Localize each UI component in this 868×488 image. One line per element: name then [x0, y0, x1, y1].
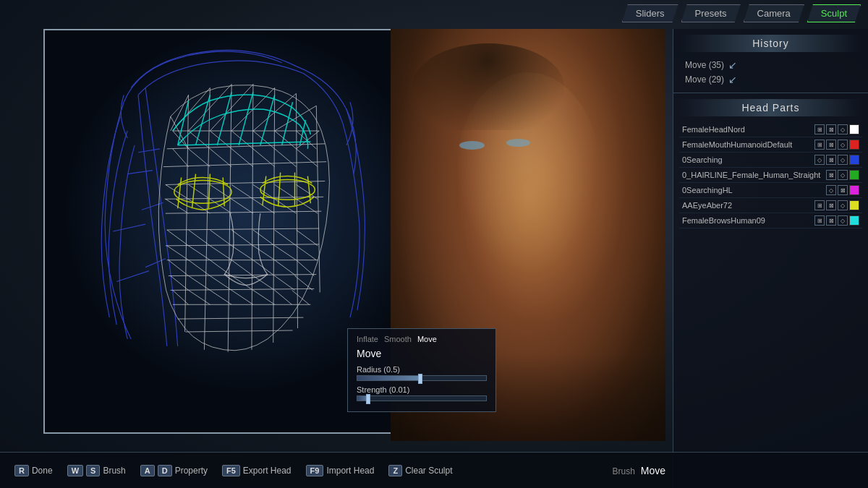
- tab-sliders[interactable]: Sliders: [622, 4, 678, 22]
- part-icons-2: ◇ ⊠ ◇: [814, 155, 859, 165]
- strength-slider-label: Strength (0.01): [357, 385, 487, 394]
- head-parts-row-0[interactable]: FemaleHeadNord ⊞ ⊠ ◇: [679, 122, 862, 137]
- head-parts-row-4[interactable]: 0SearchingHL ◇ ⊠: [679, 183, 862, 198]
- part-icon-wire-5[interactable]: ⊠: [826, 200, 836, 210]
- part-icon-toggle-2[interactable]: ◇: [838, 155, 848, 165]
- label-property: Property: [175, 466, 208, 476]
- part-icon-wire-0[interactable]: ⊠: [826, 124, 836, 134]
- hotkey-export: F5 Export Head: [222, 465, 292, 476]
- part-icon-toggle-1[interactable]: ◇: [838, 140, 848, 150]
- part-name-4: 0SearchingHL: [682, 186, 826, 194]
- part-icons-4: ◇ ⊠: [826, 185, 859, 195]
- tool-tab-inflate[interactable]: Inflate: [357, 335, 378, 343]
- key-d: D: [158, 465, 172, 476]
- strength-slider-handle[interactable]: [366, 394, 370, 404]
- key-w: W: [67, 465, 83, 476]
- tab-camera[interactable]: Camera: [744, 4, 804, 22]
- history-title: History: [679, 35, 862, 52]
- part-icons-1: ⊞ ⊠ ◇: [814, 140, 859, 150]
- part-icons-3: ⊠ ◇: [826, 170, 859, 180]
- part-icon-mesh-4[interactable]: ◇: [826, 185, 836, 195]
- part-icons-5: ⊞ ⊠ ◇: [814, 200, 859, 210]
- part-icon-wire-6[interactable]: ⊠: [826, 215, 836, 226]
- label-done: Done: [32, 466, 53, 476]
- part-color-4[interactable]: [849, 185, 859, 195]
- strength-slider-track[interactable]: [357, 395, 487, 401]
- key-a: A: [140, 465, 155, 476]
- head-parts-row-6[interactable]: FemaleBrowsHuman09 ⊞ ⊠ ◇: [679, 213, 862, 228]
- history-item-label-0: Move (35): [685, 60, 724, 70]
- part-icons-6: ⊞ ⊠ ◇: [814, 215, 859, 226]
- key-z: Z: [388, 465, 402, 476]
- hotkey-brush: W S Brush: [67, 465, 126, 476]
- part-icon-mesh-5[interactable]: ⊞: [814, 200, 825, 210]
- history-section: History Move (35) ↙ Move (29) ↙: [673, 29, 868, 93]
- history-arrow-1: ↙: [728, 74, 737, 85]
- part-icons-0: ⊞ ⊠ ◇: [814, 124, 859, 134]
- part-icon-toggle-5[interactable]: ◇: [838, 200, 848, 210]
- head-parts-row-3[interactable]: 0_HAIRLINE_Female_Human_Straight ⊠ ◇: [679, 168, 862, 183]
- label-brush: Brush: [103, 466, 125, 476]
- active-tool-label: Move: [357, 348, 487, 359]
- tool-tab-move[interactable]: Move: [417, 335, 437, 343]
- sculpt-tools-panel: Inflate Smooth Move Move Radius (0.5) St…: [347, 328, 496, 412]
- part-name-2: 0Searching: [682, 155, 814, 164]
- hotkey-clear: Z Clear Sculpt: [388, 465, 452, 476]
- radius-slider-handle[interactable]: [418, 374, 422, 384]
- history-item-1[interactable]: Move (29) ↙: [679, 72, 862, 87]
- part-icon-mesh-3[interactable]: ⊠: [826, 170, 836, 180]
- radius-slider-label: Radius (0.5): [357, 365, 487, 374]
- radius-slider-fill: [357, 376, 422, 380]
- part-color-0[interactable]: [849, 124, 859, 134]
- part-color-3[interactable]: [849, 170, 859, 180]
- radius-slider-row: Radius (0.5): [357, 365, 487, 381]
- top-navigation: Sliders Presets Camera Sculpt: [615, 0, 868, 27]
- tool-tab-smooth[interactable]: Smooth: [384, 335, 412, 343]
- bottom-toolbar: R Done W S Brush A D Property F5 Export …: [0, 452, 868, 488]
- part-icon-wire-2[interactable]: ⊠: [826, 155, 836, 165]
- part-icon-toggle-6[interactable]: ◇: [838, 215, 848, 226]
- right-panel: History Move (35) ↙ Move (29) ↙ Head Par…: [673, 29, 868, 488]
- key-r: R: [14, 465, 29, 476]
- part-icon-mesh-1[interactable]: ⊞: [814, 140, 825, 150]
- key-f9: F9: [306, 465, 324, 476]
- head-parts-row-2[interactable]: 0Searching ◇ ⊠ ◇: [679, 153, 862, 168]
- part-icon-mesh-2[interactable]: ◇: [814, 155, 825, 165]
- strength-slider-row: Strength (0.01): [357, 385, 487, 401]
- part-icon-mesh-0[interactable]: ⊞: [814, 124, 825, 134]
- hotkey-import: F9 Import Head: [306, 465, 375, 476]
- radius-slider-track[interactable]: [357, 375, 487, 381]
- tool-tabs: Inflate Smooth Move: [357, 335, 487, 343]
- brush-prefix: Brush: [613, 466, 635, 476]
- hotkey-property: A D Property: [140, 465, 208, 476]
- head-parts-row-5[interactable]: AAEyeAber72 ⊞ ⊠ ◇: [679, 198, 862, 213]
- part-icon-wire-4[interactable]: ⊠: [838, 185, 848, 195]
- part-color-1[interactable]: [849, 140, 859, 150]
- key-f5: F5: [222, 465, 240, 476]
- history-item-label-1: Move (29): [685, 74, 724, 85]
- part-color-2[interactable]: [849, 155, 859, 165]
- part-icon-wire-1[interactable]: ⊠: [826, 140, 836, 150]
- part-color-5[interactable]: [849, 200, 859, 210]
- history-arrow-0: ↙: [728, 59, 737, 71]
- part-name-0: FemaleHeadNord: [682, 125, 814, 134]
- tab-presets[interactable]: Presets: [681, 4, 741, 22]
- part-color-6[interactable]: [849, 215, 859, 226]
- key-s: S: [86, 465, 100, 476]
- head-parts-title: Head Parts: [679, 99, 862, 116]
- hotkey-done: R Done: [14, 465, 53, 476]
- label-import: Import Head: [326, 466, 374, 476]
- part-name-6: FemaleBrowsHuman09: [682, 216, 814, 225]
- part-icon-mesh-6[interactable]: ⊞: [814, 215, 825, 226]
- part-icon-wire-3[interactable]: ◇: [838, 170, 848, 180]
- part-name-5: AAEyeAber72: [682, 201, 814, 210]
- part-name-1: FemaleMouthHumanoidDefault: [682, 140, 814, 149]
- label-clear: Clear Sculpt: [405, 466, 452, 476]
- label-export: Export Head: [243, 466, 292, 476]
- history-item-0[interactable]: Move (35) ↙: [679, 58, 862, 72]
- brush-indicator: Brush Move: [613, 465, 665, 476]
- tab-sculpt[interactable]: Sculpt: [807, 4, 861, 22]
- part-icon-toggle-0[interactable]: ◇: [838, 124, 848, 134]
- head-parts-section: Head Parts FemaleHeadNord ⊞ ⊠ ◇ FemaleMo…: [673, 93, 868, 234]
- head-parts-row-1[interactable]: FemaleMouthHumanoidDefault ⊞ ⊠ ◇: [679, 137, 862, 153]
